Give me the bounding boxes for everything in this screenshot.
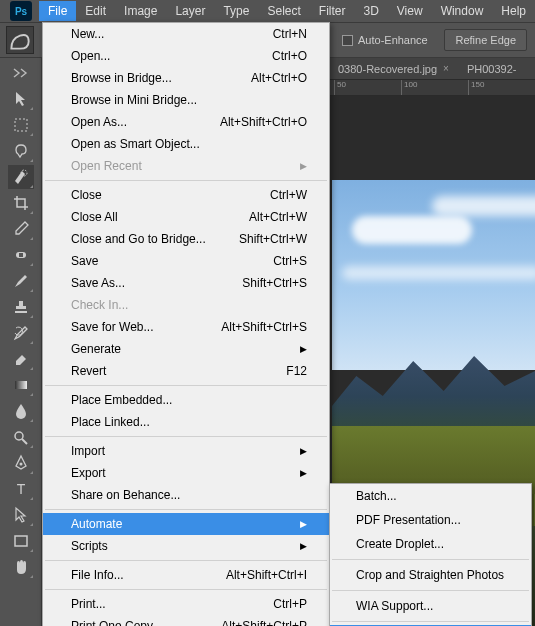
menu-item-browse-mini-bridge[interactable]: Browse in Mini Bridge... xyxy=(43,89,329,111)
menu-item-place-linked[interactable]: Place Linked... xyxy=(43,411,329,433)
move-tool[interactable] xyxy=(8,87,34,111)
svg-rect-6 xyxy=(15,381,27,389)
menu-separator xyxy=(45,589,327,590)
menu-item-revert[interactable]: RevertF12 xyxy=(43,360,329,382)
app-logo: Ps xyxy=(6,1,35,21)
menu-item-import[interactable]: Import▶ xyxy=(43,440,329,462)
menu-item-print[interactable]: Print...Ctrl+P xyxy=(43,593,329,615)
menu-item-browse-bridge[interactable]: Browse in Bridge...Alt+Ctrl+O xyxy=(43,67,329,89)
path-select-tool[interactable] xyxy=(8,503,34,527)
automate-submenu: Batch... PDF Presentation... Create Drop… xyxy=(329,483,532,626)
healing-tool[interactable] xyxy=(8,243,34,267)
file-menu-dropdown: New...Ctrl+N Open...Ctrl+O Browse in Bri… xyxy=(42,22,330,626)
document-tab[interactable]: PH00392- xyxy=(459,60,525,78)
menu-separator xyxy=(332,590,529,591)
svg-text:Ps: Ps xyxy=(14,6,27,17)
svg-rect-2 xyxy=(15,119,27,131)
gradient-tool[interactable] xyxy=(8,373,34,397)
history-brush-tool[interactable] xyxy=(8,321,34,345)
auto-enhance-option[interactable]: Auto-Enhance xyxy=(342,34,428,46)
active-tool-icon[interactable] xyxy=(6,26,34,54)
brush-tool[interactable] xyxy=(8,269,34,293)
submenu-item-wia-support[interactable]: WIA Support... xyxy=(330,594,531,618)
tab-close-icon[interactable]: × xyxy=(443,63,449,74)
menu-window[interactable]: Window xyxy=(432,1,493,21)
menu-filter[interactable]: Filter xyxy=(310,1,355,21)
menu-item-close-all[interactable]: Close AllAlt+Ctrl+W xyxy=(43,206,329,228)
eyedropper-tool[interactable] xyxy=(8,217,34,241)
pen-tool[interactable] xyxy=(8,451,34,475)
menu-item-save-for-web[interactable]: Save for Web...Alt+Shift+Ctrl+S xyxy=(43,316,329,338)
menu-item-scripts[interactable]: Scripts▶ xyxy=(43,535,329,557)
eraser-tool[interactable] xyxy=(8,347,34,371)
menu-item-open-recent[interactable]: Open Recent▶ xyxy=(43,155,329,177)
menu-separator xyxy=(332,559,529,560)
menu-separator xyxy=(332,621,529,622)
svg-text:T: T xyxy=(16,481,25,497)
menu-item-open[interactable]: Open...Ctrl+O xyxy=(43,45,329,67)
svg-rect-10 xyxy=(15,536,27,546)
type-tool[interactable]: T xyxy=(8,477,34,501)
refine-edge-button[interactable]: Refine Edge xyxy=(444,29,527,51)
image-content xyxy=(352,216,472,244)
auto-enhance-checkbox[interactable] xyxy=(342,35,353,46)
menubar: Ps File Edit Image Layer Type Select Fil… xyxy=(0,0,535,22)
hand-tool[interactable] xyxy=(8,555,34,579)
menu-select[interactable]: Select xyxy=(258,1,309,21)
menu-item-close-bridge[interactable]: Close and Go to Bridge...Shift+Ctrl+W xyxy=(43,228,329,250)
submenu-item-pdf-presentation[interactable]: PDF Presentation... xyxy=(330,508,531,532)
tab-title: 0380-Recovered.jpg xyxy=(338,63,437,75)
menu-separator xyxy=(45,436,327,437)
submenu-item-create-droplet[interactable]: Create Droplet... xyxy=(330,532,531,556)
submenu-item-crop-straighten[interactable]: Crop and Straighten Photos xyxy=(330,563,531,587)
dodge-tool[interactable] xyxy=(8,425,34,449)
menu-3d[interactable]: 3D xyxy=(354,1,387,21)
quick-select-tool[interactable] xyxy=(8,165,34,189)
menu-item-save[interactable]: SaveCtrl+S xyxy=(43,250,329,272)
menu-image[interactable]: Image xyxy=(115,1,166,21)
stamp-tool[interactable] xyxy=(8,295,34,319)
ruler-tick: 150 xyxy=(468,80,535,95)
tab-title: PH00392- xyxy=(467,63,517,75)
image-content xyxy=(432,196,535,216)
menu-item-export[interactable]: Export▶ xyxy=(43,462,329,484)
menu-item-share-behance[interactable]: Share on Behance... xyxy=(43,484,329,506)
menu-item-automate[interactable]: Automate▶ xyxy=(43,513,329,535)
menu-item-open-as[interactable]: Open As...Alt+Shift+Ctrl+O xyxy=(43,111,329,133)
panel-collapse-icon[interactable] xyxy=(12,66,30,80)
menu-separator xyxy=(45,560,327,561)
document-tab[interactable]: 0380-Recovered.jpg × xyxy=(330,60,457,78)
image-content xyxy=(342,266,535,280)
auto-enhance-label: Auto-Enhance xyxy=(358,34,428,46)
svg-rect-5 xyxy=(19,253,23,257)
menu-item-file-info[interactable]: File Info...Alt+Shift+Ctrl+I xyxy=(43,564,329,586)
menu-type[interactable]: Type xyxy=(214,1,258,21)
ruler-tick: 100 xyxy=(401,80,468,95)
ruler-tick: 50 xyxy=(334,80,401,95)
menu-item-open-smart[interactable]: Open as Smart Object... xyxy=(43,133,329,155)
menu-item-generate[interactable]: Generate▶ xyxy=(43,338,329,360)
lasso-tool[interactable] xyxy=(8,139,34,163)
svg-point-8 xyxy=(19,463,22,466)
svg-point-7 xyxy=(15,432,23,440)
menu-separator xyxy=(45,385,327,386)
menu-item-check-in[interactable]: Check In... xyxy=(43,294,329,316)
menu-item-close[interactable]: CloseCtrl+W xyxy=(43,184,329,206)
shape-tool[interactable] xyxy=(8,529,34,553)
menu-item-print-one[interactable]: Print One CopyAlt+Shift+Ctrl+P xyxy=(43,615,329,626)
menu-layer[interactable]: Layer xyxy=(166,1,214,21)
marquee-tool[interactable] xyxy=(8,113,34,137)
menu-file[interactable]: File xyxy=(39,1,76,21)
crop-tool[interactable] xyxy=(8,191,34,215)
menu-help[interactable]: Help xyxy=(492,1,535,21)
blur-tool[interactable] xyxy=(8,399,34,423)
menu-edit[interactable]: Edit xyxy=(76,1,115,21)
app: Ps File Edit Image Layer Type Select Fil… xyxy=(0,0,535,626)
menu-item-new[interactable]: New...Ctrl+N xyxy=(43,23,329,45)
submenu-item-batch[interactable]: Batch... xyxy=(330,484,531,508)
menu-separator xyxy=(45,509,327,510)
menu-view[interactable]: View xyxy=(388,1,432,21)
menu-item-save-as[interactable]: Save As...Shift+Ctrl+S xyxy=(43,272,329,294)
menu-item-place-embedded[interactable]: Place Embedded... xyxy=(43,389,329,411)
menu-separator xyxy=(45,180,327,181)
